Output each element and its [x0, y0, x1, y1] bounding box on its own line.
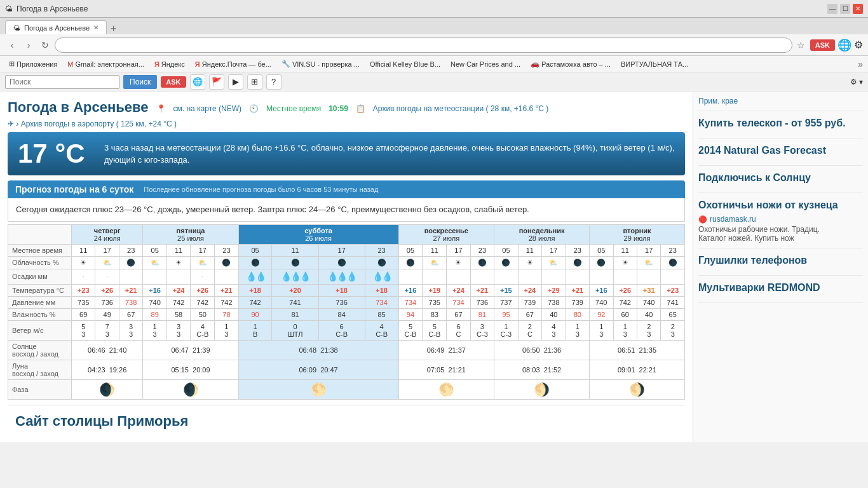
address-input[interactable]: rp5.ru/Погода_в_Арсеньеве [55, 37, 792, 53]
rusdamask-desc: Охотничьи рабочие ножи. Традиц.Каталог н… [698, 225, 863, 243]
bookmark-gmail[interactable]: M Gmail: электронная... [64, 60, 148, 69]
refresh-button[interactable]: ↻ [38, 38, 52, 52]
bookmark-virtual[interactable]: ВИРТУАЛЬНАЯ ТА... [617, 60, 692, 69]
new-tab-button[interactable]: + [111, 23, 116, 34]
label-wind: Ветер м/с [8, 320, 72, 340]
bookmarks-more[interactable]: » [858, 59, 863, 69]
phase-row: Фаза 🌒 🌒 🌕 🌕 🌖 🌖 [8, 379, 685, 399]
cloud-row: Облачность % ☀ ⛅ 🌑 ⛅ ☀ ⛅ 🌑 🌑 🌑 🌑 🌑 🌑 ⛅ ☀… [8, 256, 685, 269]
help-button[interactable]: ? [266, 74, 281, 90]
cloud-cell: 🌑 [494, 256, 518, 269]
bookmarks-bar: ⊞ Приложения M Gmail: электронная... Я Я… [0, 56, 868, 72]
yandex-icon: Я [154, 60, 159, 68]
forecast-summary: Сегодня ожидается плюс 23—26 °С, дождь, … [8, 198, 685, 222]
sidebar-ad-knives[interactable]: Охотничьи ножи от кузнеца [698, 200, 863, 211]
humidity-row: Влажность % 69 49 67 89 58 50 78 90 81 8… [8, 308, 685, 320]
main-container: Погода в Арсеньеве 📍 см. на карте (NEW) … [0, 92, 868, 442]
bookmark-newcar[interactable]: New Car Prices and ... [447, 60, 524, 69]
cloud-cell: 🌑 [590, 256, 613, 269]
search-button[interactable]: Поиск [123, 75, 157, 89]
sidebar-item-3: 2014 Natural Gas Forecast [698, 145, 863, 166]
label-moon: Лунавосход / заход [8, 360, 72, 379]
bookmark-yandexmail[interactable]: Я Яндекс.Почта — бе... [191, 60, 275, 69]
sidebar-item-6: Глушилки телефонов [698, 255, 863, 276]
clock-icon: 🕙 [249, 104, 259, 113]
tab-close-button[interactable]: ✕ [93, 24, 98, 31]
weather-description: 3 часа назад на метеостанции (28 км) был… [104, 142, 675, 166]
toolbar-ask-button[interactable]: ASK [161, 76, 186, 88]
play-button[interactable]: ▶ [228, 74, 243, 90]
label-pressure: Давление мм [8, 296, 72, 308]
header-empty [8, 224, 72, 244]
bookmark-vin[interactable]: 🔧 VIN.SU - проверка ... [278, 59, 363, 69]
active-tab[interactable]: 🌤 Погода в Арсеньеве ✕ [5, 20, 107, 34]
label-temp: Температура °С [8, 284, 72, 296]
cloud-cell: 🌑 [238, 256, 272, 269]
maximize-button[interactable]: ☐ [840, 4, 850, 14]
apps-icon: ⊞ [9, 60, 15, 68]
bookmark-yandex[interactable]: Я Яндекс [151, 60, 189, 69]
sidebar-link-1[interactable]: Прим. крае [698, 97, 738, 105]
rusdamask-link[interactable]: rusdamask.ru [710, 215, 756, 224]
bookmark-kelley[interactable]: Official Kelley Blue B... [366, 60, 444, 69]
tab-title: Погода в Арсеньеве [17, 4, 88, 13]
window-controls: — ☐ ✕ [827, 4, 863, 14]
cloud-cell: 🌑 [272, 256, 318, 269]
minimize-button[interactable]: — [827, 4, 837, 14]
cloud-cell: ☀ [447, 256, 470, 269]
toolbar-settings[interactable]: ⚙ ▾ [850, 78, 863, 86]
plane-icon: ✈ [8, 119, 14, 128]
cloud-cell: ☀ [613, 256, 637, 269]
cloud-cell: 🌑 [398, 256, 423, 269]
footer-text: Сайт столицы Приморья [15, 413, 188, 430]
content-area: Погода в Арсеньеве 📍 см. на карте (NEW) … [0, 92, 693, 442]
forecast-update: Последнее обновление прогноза погоды был… [144, 186, 378, 193]
cloud-cell: 🌑 [365, 256, 398, 269]
label-precip: Осадки мм [8, 269, 72, 284]
extensions-button[interactable]: 🌐 [837, 38, 851, 52]
sidebar-ad-jammers[interactable]: Глушилки телефонов [698, 255, 863, 266]
globe-button[interactable]: 🌐 [190, 74, 205, 90]
back-button[interactable]: ‹ [5, 38, 19, 52]
forward-button[interactable]: › [22, 38, 36, 52]
search-input[interactable] [5, 75, 119, 89]
sidebar-ad-sun[interactable]: Подключись к Солнцу [698, 172, 863, 184]
cloud-cell: 🌑 [470, 256, 494, 269]
local-time-label: Местное время [266, 104, 321, 113]
sidebar-ad-multivarki[interactable]: Мультиварки REDMOND [698, 282, 863, 294]
close-button[interactable]: ✕ [853, 4, 863, 14]
page-title: Погода в Арсеньеве [8, 99, 149, 116]
rastam-icon: 🚗 [531, 60, 539, 68]
forecast-title: Прогноз погоды на 6 суток [15, 184, 133, 194]
tabs-bar: 🌤 Погода в Арсеньеве ✕ + [0, 18, 868, 34]
label-sun: Солнцевосход / заход [8, 340, 72, 360]
sidebar-item-1: Прим. крае [698, 97, 863, 111]
ask-button[interactable]: ASK [810, 39, 835, 51]
sidebar-ad-gas[interactable]: 2014 Natural Gas Forecast [698, 145, 863, 156]
day-friday: пятница25 июля [143, 224, 238, 244]
local-time-value: 10:59 [329, 104, 348, 113]
airport-archive-link[interactable]: › Архив погоды в аэропорту ( 125 км, +24… [16, 119, 177, 128]
flag-button[interactable]: 🚩 [209, 74, 224, 90]
moon-row: Лунавосход / заход 04:23 19:26 05:15 20:… [8, 360, 685, 379]
bookmark-star[interactable]: ☆ [795, 38, 808, 52]
archive-link[interactable]: Архив погоды на метеостанции ( 28 км, +1… [373, 104, 548, 113]
bookmark-apps[interactable]: ⊞ Приложения [5, 59, 61, 69]
bookmark-rastam[interactable]: 🚗 Растаможка авто – ... [527, 59, 614, 69]
nav-bar: ‹ › ↻ rp5.ru/Погода_в_Арсеньеве ☆ ASK 🌐 … [0, 34, 868, 56]
map-link[interactable]: см. на карте (NEW) [173, 104, 242, 113]
sidebar-item-5: Охотничьи ножи от кузнеца 🔴 rusdamask.ru… [698, 200, 863, 248]
page-favicon: 🌤 [5, 4, 13, 13]
day-sunday: воскресенье27 июля [398, 224, 494, 244]
settings-button[interactable]: ⚙ [854, 39, 863, 51]
forecast-header: Прогноз погоды на 6 суток Последнее обно… [8, 180, 685, 198]
cloud-cell: ☀ [518, 256, 541, 269]
sidebar-item-4: Подключись к Солнцу [698, 172, 863, 193]
table-button[interactable]: ⊞ [247, 74, 262, 90]
cloud-cell: ⛅ [95, 256, 119, 269]
label-phase: Фаза [8, 379, 72, 399]
precip-row: Осадки мм · · · 💧💧 💧💧💧 💧💧💧 💧💧 [8, 269, 685, 284]
toolbar-row: Поиск ASK 🌐 🚩 ▶ ⊞ ? ⚙ ▾ [0, 72, 868, 92]
label-cloud: Облачность % [8, 256, 72, 269]
sidebar-ad-telescope[interactable]: Купить телескоп - от 955 руб. [698, 118, 863, 129]
